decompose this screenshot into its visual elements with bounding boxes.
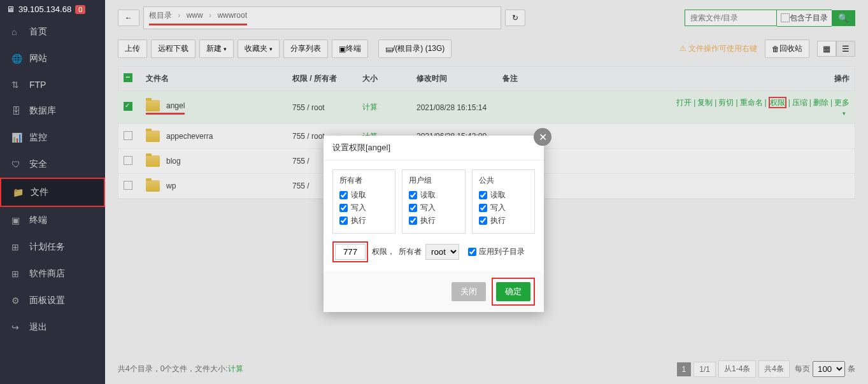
group-write-checkbox[interactable]: 写入 bbox=[409, 203, 458, 213]
security-icon: 🛡 bbox=[11, 159, 22, 169]
permission-value-input[interactable] bbox=[335, 244, 366, 260]
sidebar-item-label: 终端 bbox=[29, 215, 47, 226]
sidebar: 🖥 39.105.134.68 0 ⌂首页🌐网站⇅FTP🗄数据库📊监控🛡安全📁文… bbox=[0, 0, 105, 384]
perm-group-col: 用户组 读取 写入 执行 bbox=[402, 169, 465, 234]
sidebar-item-label: FTP bbox=[29, 80, 46, 90]
server-ip: 39.105.134.68 bbox=[18, 4, 71, 14]
owner-select[interactable]: root bbox=[425, 244, 459, 260]
sidebar-item-label: 退出 bbox=[29, 322, 47, 333]
sidebar-item-label: 安全 bbox=[29, 159, 47, 170]
group-exec-checkbox[interactable]: 执行 bbox=[409, 215, 458, 226]
apps-icon: ⊞ bbox=[11, 269, 22, 279]
settings-icon: ⚙ bbox=[11, 295, 22, 306]
logout-icon: ↪ bbox=[11, 322, 22, 332]
sidebar-item-security[interactable]: 🛡安全 bbox=[0, 151, 105, 178]
sidebar-item-label: 计划任务 bbox=[29, 241, 65, 253]
owner-exec-checkbox[interactable]: 执行 bbox=[339, 215, 388, 226]
sidebar-item-label: 网站 bbox=[29, 53, 47, 64]
notifications-badge[interactable]: 0 bbox=[75, 5, 85, 14]
globe-icon: 🌐 bbox=[11, 53, 22, 64]
sidebar-header: 🖥 39.105.134.68 0 bbox=[0, 0, 105, 18]
sidebar-item-ftp[interactable]: ⇅FTP bbox=[0, 72, 105, 97]
sidebar-item-label: 数据库 bbox=[29, 105, 56, 117]
sidebar-item-logout[interactable]: ↪退出 bbox=[0, 314, 105, 341]
sidebar-item-globe[interactable]: 🌐网站 bbox=[0, 45, 105, 72]
sidebar-item-label: 首页 bbox=[29, 26, 47, 38]
group-read-checkbox[interactable]: 读取 bbox=[409, 190, 458, 201]
sidebar-item-monitor[interactable]: 📊监控 bbox=[0, 124, 105, 151]
public-exec-checkbox[interactable]: 执行 bbox=[479, 215, 528, 226]
ftp-icon: ⇅ bbox=[11, 80, 22, 90]
permission-modal: ✕ 设置权限[angel] 所有者 读取 写入 执行 用户组 读取 写入 执行 … bbox=[324, 136, 544, 312]
sidebar-item-folder[interactable]: 📁文件 bbox=[0, 178, 105, 207]
sidebar-item-label: 监控 bbox=[29, 132, 47, 143]
ok-button[interactable]: 确定 bbox=[496, 282, 530, 301]
cron-icon: ⊞ bbox=[11, 242, 22, 252]
owner-write-checkbox[interactable]: 写入 bbox=[339, 203, 388, 213]
home-icon: ⌂ bbox=[11, 27, 22, 37]
cancel-button[interactable]: 关闭 bbox=[452, 282, 486, 301]
monitor-icon: 🖥 bbox=[6, 4, 15, 14]
modal-title: 设置权限[angel] bbox=[324, 136, 544, 160]
sidebar-item-terminal[interactable]: ▣终端 bbox=[0, 207, 105, 234]
owner-read-checkbox[interactable]: 读取 bbox=[339, 190, 388, 201]
sidebar-item-database[interactable]: 🗄数据库 bbox=[0, 97, 105, 124]
apply-subdir-checkbox[interactable]: 应用到子目录 bbox=[468, 246, 525, 257]
terminal-icon: ▣ bbox=[11, 215, 22, 225]
monitor-icon: 📊 bbox=[11, 132, 22, 143]
perm-public-col: 公共 读取 写入 执行 bbox=[472, 169, 535, 234]
sidebar-item-label: 软件商店 bbox=[29, 268, 65, 280]
public-write-checkbox[interactable]: 写入 bbox=[479, 203, 528, 213]
sidebar-item-home[interactable]: ⌂首页 bbox=[0, 18, 105, 45]
sidebar-item-label: 文件 bbox=[31, 187, 48, 198]
sidebar-item-cron[interactable]: ⊞计划任务 bbox=[0, 234, 105, 260]
perm-owner-col: 所有者 读取 写入 执行 bbox=[332, 169, 395, 234]
database-icon: 🗄 bbox=[11, 106, 22, 116]
public-read-checkbox[interactable]: 读取 bbox=[479, 190, 528, 201]
sidebar-item-label: 面板设置 bbox=[29, 295, 65, 306]
sidebar-item-apps[interactable]: ⊞软件商店 bbox=[0, 260, 105, 287]
folder-icon: 📁 bbox=[13, 187, 23, 197]
close-icon[interactable]: ✕ bbox=[534, 128, 551, 146]
sidebar-item-settings[interactable]: ⚙面板设置 bbox=[0, 287, 105, 314]
